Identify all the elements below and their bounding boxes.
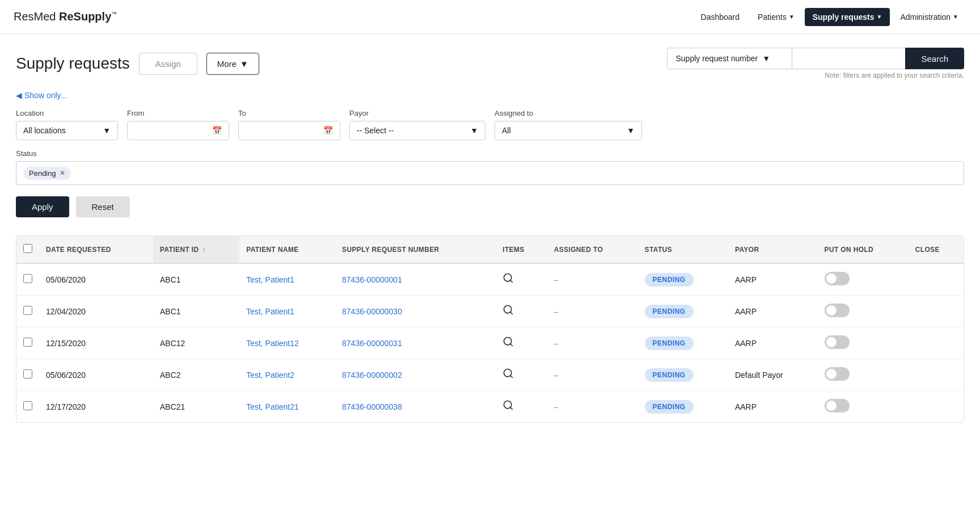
chevron-down-icon: ▼ [762, 54, 770, 63]
cell-items[interactable] [496, 296, 547, 327]
nav-item-patients[interactable]: Patients ▼ [750, 8, 802, 26]
cell-payor: AARP [728, 327, 818, 359]
patient-name-link[interactable]: Test, Patient12 [246, 339, 299, 348]
nav-item-dashboard[interactable]: Dashboard [693, 8, 748, 26]
to-date-input[interactable]: 📅 [238, 121, 340, 140]
put-on-hold-toggle[interactable] [825, 335, 850, 349]
cell-assigned-to: – [547, 391, 638, 423]
items-search-icon[interactable] [502, 306, 514, 318]
cell-date-requested: 12/04/2020 [39, 296, 153, 327]
nav-item-administration[interactable]: Administration ▼ [892, 8, 966, 26]
select-all-header[interactable] [16, 236, 39, 263]
col-patient-name: Patient Name [239, 236, 335, 263]
supply-request-link[interactable]: 87436-00000030 [342, 307, 402, 316]
search-button[interactable]: Search [905, 48, 964, 69]
put-on-hold-toggle[interactable] [825, 304, 850, 317]
more-button[interactable]: More ▼ [206, 53, 259, 75]
table-header-row: Date Requested Patient ID ↑ Patient Name… [16, 236, 964, 263]
supply-request-link[interactable]: 87436-00000002 [342, 371, 402, 380]
put-on-hold-toggle[interactable] [825, 367, 850, 381]
from-date-input[interactable]: 📅 [127, 121, 229, 140]
cell-payor: Default Payor [728, 359, 818, 391]
row-checkbox-cell[interactable] [16, 263, 39, 296]
col-assigned-to: Assigned To [547, 236, 638, 263]
assigned-select[interactable]: All ▼ [495, 121, 642, 140]
cell-payor: AARP [728, 296, 818, 327]
col-patient-id[interactable]: Patient ID ↑ [153, 236, 239, 263]
patient-name-link[interactable]: Test, Patient1 [246, 275, 294, 284]
row-checkbox-cell[interactable] [16, 359, 39, 391]
cell-items[interactable] [496, 327, 547, 359]
location-select[interactable]: All locations ▼ [16, 121, 118, 140]
cell-items[interactable] [496, 359, 547, 391]
cell-patient-name[interactable]: Test, Patient2 [239, 359, 335, 391]
cell-items[interactable] [496, 391, 547, 423]
items-search-icon[interactable] [502, 275, 514, 286]
svg-line-1 [510, 280, 513, 283]
cell-put-on-hold[interactable] [818, 327, 909, 359]
row-checkbox[interactable] [23, 306, 32, 315]
items-search-icon[interactable] [502, 370, 514, 381]
row-checkbox-cell[interactable] [16, 391, 39, 423]
sort-asc-icon: ↑ [202, 246, 206, 253]
cell-supply-request-number[interactable]: 87436-00000002 [335, 359, 496, 391]
items-search-icon[interactable] [502, 338, 514, 350]
cell-status: PENDING [638, 263, 728, 296]
cell-supply-request-number[interactable]: 87436-00000038 [335, 391, 496, 423]
table-body: 05/06/2020 ABC1 Test, Patient1 87436-000… [16, 263, 964, 422]
supply-request-link[interactable]: 87436-00000038 [342, 402, 402, 411]
cell-put-on-hold[interactable] [818, 296, 909, 327]
patient-name-link[interactable]: Test, Patient2 [246, 371, 294, 380]
cell-patient-name[interactable]: Test, Patient1 [239, 263, 335, 296]
nav-label-dashboard: Dashboard [701, 12, 740, 22]
cell-patient-id: ABC1 [153, 263, 239, 296]
select-all-checkbox[interactable] [23, 244, 32, 253]
row-checkbox[interactable] [23, 274, 32, 283]
status-tag-remove[interactable]: ✕ [60, 169, 65, 177]
search-type-select[interactable]: Supply request number ▼ [667, 48, 792, 69]
put-on-hold-toggle[interactable] [825, 272, 850, 285]
search-type-label: Supply request number [675, 54, 758, 63]
items-search-icon[interactable] [502, 402, 514, 413]
supply-request-link[interactable]: 87436-00000001 [342, 275, 402, 284]
cell-supply-request-number[interactable]: 87436-00000001 [335, 263, 496, 296]
search-input[interactable] [792, 48, 905, 69]
cell-patient-name[interactable]: Test, Patient1 [239, 296, 335, 327]
cell-assigned-to: – [547, 327, 638, 359]
patient-name-link[interactable]: Test, Patient1 [246, 307, 294, 316]
row-checkbox-cell[interactable] [16, 296, 39, 327]
patient-name-link[interactable]: Test, Patient21 [246, 402, 299, 411]
row-checkbox[interactable] [23, 338, 32, 347]
cell-put-on-hold[interactable] [818, 359, 909, 391]
supply-request-link[interactable]: 87436-00000031 [342, 339, 402, 348]
cell-supply-request-number[interactable]: 87436-00000030 [335, 296, 496, 327]
row-checkbox[interactable] [23, 369, 32, 378]
put-on-hold-toggle[interactable] [825, 399, 850, 413]
chevron-down-icon: ▼ [953, 14, 958, 20]
cell-date-requested: 05/06/2020 [39, 359, 153, 391]
calendar-icon: 📅 [323, 126, 333, 135]
col-items: Items [496, 236, 547, 263]
row-checkbox-cell[interactable] [16, 327, 39, 359]
status-field: Pending ✕ [16, 161, 964, 185]
cell-close [909, 359, 964, 391]
status-tag-pending: Pending ✕ [23, 167, 71, 180]
reset-button[interactable]: Reset [76, 196, 130, 217]
cell-patient-id: ABC1 [153, 296, 239, 327]
cell-patient-name[interactable]: Test, Patient12 [239, 327, 335, 359]
cell-items[interactable] [496, 263, 547, 296]
payor-select[interactable]: -- Select -- ▼ [349, 121, 485, 140]
assign-button[interactable]: Assign [139, 53, 197, 75]
row-checkbox[interactable] [23, 401, 32, 410]
cell-put-on-hold[interactable] [818, 391, 909, 423]
cell-close [909, 263, 964, 296]
col-date-requested: Date Requested [39, 236, 153, 263]
show-only-toggle[interactable]: ◀ Show only... [16, 91, 964, 100]
chevron-down-icon: ▼ [470, 126, 478, 135]
nav-item-supply-requests[interactable]: Supply requests ▼ [805, 8, 890, 26]
col-close: Close [909, 236, 964, 263]
cell-supply-request-number[interactable]: 87436-00000031 [335, 327, 496, 359]
cell-patient-name[interactable]: Test, Patient21 [239, 391, 335, 423]
apply-button[interactable]: Apply [16, 196, 69, 217]
cell-put-on-hold[interactable] [818, 263, 909, 296]
